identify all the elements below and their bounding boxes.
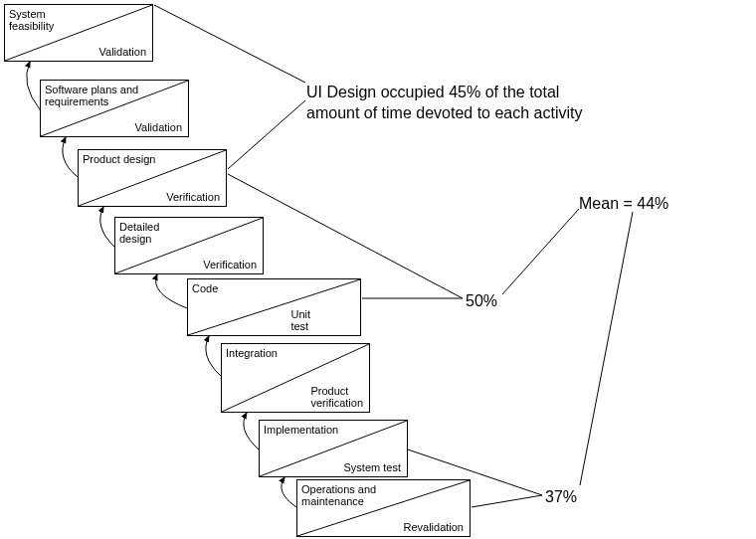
stage-top-label: Integration xyxy=(226,347,278,359)
svg-line-10 xyxy=(228,100,305,169)
stage-top-label: Systemfeasibility xyxy=(9,8,54,32)
stage-implementation: Implementation System test xyxy=(259,420,408,477)
stage-plans: Software plans andrequirements Validatio… xyxy=(40,80,189,137)
stage-bottom-label: Productverification xyxy=(310,385,363,409)
stage-integration: Integration Productverification xyxy=(221,343,370,413)
stage-top-label: Code xyxy=(192,282,218,294)
stage-bottom-label: System test xyxy=(344,461,401,473)
stage-top-label: Detaileddesign xyxy=(119,221,159,245)
stage-bottom-label: Unittest xyxy=(290,308,310,332)
stage-bottom-label: Validation xyxy=(135,121,183,133)
annotation-main: UI Design occupied 45% of the totalamoun… xyxy=(306,83,582,124)
svg-line-16 xyxy=(580,212,633,485)
stage-bottom-label: Verification xyxy=(166,191,220,203)
stage-bottom-label: Revalidation xyxy=(403,521,464,533)
svg-line-13 xyxy=(502,209,579,294)
annotation-37: 37% xyxy=(545,487,577,508)
stage-feasibility: Systemfeasibility Validation xyxy=(4,4,153,62)
stage-product-design: Product design Verification xyxy=(78,149,227,207)
stage-detailed-design: Detaileddesign Verification xyxy=(114,217,264,274)
stage-operations: Operations andmaintenance Revalidation xyxy=(296,479,471,537)
stage-top-label: Software plans andrequirements xyxy=(45,84,138,107)
stage-top-label: Implementation xyxy=(264,424,338,436)
svg-line-15 xyxy=(472,495,542,507)
svg-line-9 xyxy=(154,5,305,83)
annotation-mean: Mean = 44% xyxy=(579,194,668,215)
stage-code: Code Unittest xyxy=(187,278,361,336)
stage-bottom-label: Validation xyxy=(99,46,147,58)
annotation-50: 50% xyxy=(466,291,497,312)
stage-top-label: Operations andmaintenance xyxy=(301,483,376,507)
stage-top-label: Product design xyxy=(83,153,155,165)
stage-bottom-label: Verification xyxy=(203,259,257,270)
